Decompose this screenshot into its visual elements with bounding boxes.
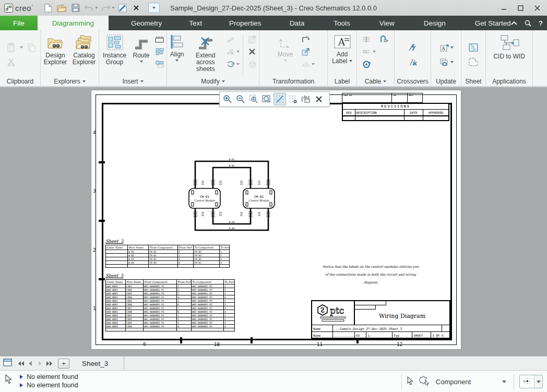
sheet-size-button[interactable]: A3 — [300, 93, 312, 105]
update-labels-button[interactable]: A — [439, 42, 450, 53]
zoom-out-button[interactable] — [234, 93, 247, 105]
insert-crossover-button[interactable] — [407, 42, 419, 53]
move-button[interactable]: Move — [272, 33, 299, 62]
zoom-fit-button[interactable] — [260, 93, 273, 105]
route-menu-caret-icon[interactable] — [140, 61, 143, 63]
paste-button[interactable] — [5, 42, 17, 53]
tab-file[interactable]: File — [0, 16, 38, 30]
replace-caret-icon[interactable] — [236, 63, 240, 65]
first-sheet-button[interactable] — [16, 359, 26, 368]
gather-into-cable-button[interactable] — [361, 34, 373, 44]
command-search-button[interactable] — [525, 20, 531, 27]
snap-options-caret-icon[interactable] — [534, 375, 542, 388]
selection-filter-value[interactable]: Component — [436, 378, 471, 386]
drawing-sheet[interactable]: 4 3 2 1 9 10 11 12 DWG NO SH REV REVISIO… — [91, 90, 461, 349]
copy-button[interactable] — [26, 42, 38, 53]
remove-crossover-button[interactable] — [407, 57, 419, 67]
shield-button[interactable] — [361, 59, 373, 69]
message-row[interactable]: No element found — [20, 373, 78, 381]
tab-text[interactable]: Text — [178, 16, 213, 30]
modify-wire-button[interactable] — [225, 34, 236, 44]
add-label-button[interactable]: A Add Label — [329, 33, 355, 65]
expand-message-icon[interactable] — [20, 375, 23, 379]
redo-button[interactable] — [100, 2, 112, 14]
break-conductor-button[interactable] — [225, 46, 236, 57]
minimize-button[interactable] — [497, 2, 510, 14]
previous-sheet-button[interactable] — [26, 359, 35, 368]
tab-design[interactable]: Design — [413, 16, 457, 30]
pointer-mode-icon[interactable] — [407, 376, 414, 387]
next-sheet-button[interactable] — [35, 359, 44, 368]
add-conductor-caret-icon[interactable] — [373, 51, 376, 53]
paste-menu-caret-icon[interactable] — [20, 46, 23, 49]
design-explorer-button[interactable]: Design Explorer — [42, 33, 69, 66]
undo-menu-caret-icon[interactable] — [95, 7, 98, 9]
explorers-menu-caret-icon[interactable] — [82, 80, 86, 82]
align-button[interactable]: Align — [168, 33, 186, 62]
modify-menu-caret-icon[interactable] — [222, 80, 225, 82]
message-row[interactable]: No element found — [20, 381, 78, 389]
instance-group-button[interactable]: Instance Group — [101, 33, 129, 66]
replace-button[interactable] — [225, 59, 236, 69]
mirror-button[interactable] — [300, 59, 312, 69]
update-sheets-button[interactable] — [439, 57, 450, 67]
insert-group-instance-button[interactable] — [154, 59, 165, 69]
grid-display-button[interactable] — [287, 93, 299, 105]
update-labels-caret-icon[interactable] — [450, 46, 454, 49]
add-conductor-button[interactable] — [361, 46, 373, 57]
group-label-insert[interactable]: Insert — [122, 78, 138, 85]
route-button[interactable]: Route — [130, 33, 152, 63]
group-label-cable[interactable]: Cable — [365, 78, 381, 85]
tab-data[interactable]: Data — [279, 16, 316, 30]
snap-options-button[interactable] — [519, 375, 543, 388]
selection-filter-caret-icon[interactable] — [502, 381, 506, 383]
align-menu-caret-icon[interactable] — [175, 60, 179, 62]
last-sheet-button[interactable] — [44, 359, 54, 368]
save-button[interactable] — [70, 2, 81, 14]
sheet-manager-icon[interactable] — [3, 359, 12, 369]
open-button[interactable] — [56, 2, 68, 14]
insert-menu-caret-icon[interactable] — [140, 80, 144, 82]
insert-block-group-button[interactable] — [154, 46, 165, 57]
tab-tools[interactable]: Tools — [323, 16, 361, 30]
undo-button[interactable] — [84, 2, 95, 14]
maximize-button[interactable] — [514, 2, 527, 14]
close-button[interactable] — [530, 2, 544, 14]
sheet-tab-active[interactable]: Sheet_3 — [75, 357, 124, 370]
zoom-in-button[interactable] — [221, 93, 234, 105]
group-label-explorers[interactable]: Explorers — [54, 78, 80, 85]
help-button[interactable]: ? — [539, 19, 543, 27]
new-document-button[interactable] — [43, 2, 54, 14]
sheet-format-button[interactable] — [468, 57, 479, 67]
zoom-window-button[interactable] — [247, 93, 260, 105]
drawing-canvas[interactable]: 4 3 2 1 9 10 11 12 DWG NO SH REV REVISIO… — [0, 87, 547, 356]
tab-diagramming[interactable]: Diagramming — [38, 16, 109, 30]
customize-quick-access-button[interactable] — [148, 3, 160, 13]
add-sheet-button[interactable]: + — [58, 359, 69, 369]
component-cm-01[interactable]: CM-01 Control Module — [189, 188, 220, 208]
appearance-button[interactable] — [246, 59, 258, 69]
update-sheets-caret-icon[interactable] — [450, 61, 454, 63]
snap-grid-icon[interactable] — [520, 375, 534, 388]
catalog-explorer-button[interactable]: Catalog Explorer — [70, 33, 98, 66]
tab-view[interactable]: View — [368, 16, 406, 30]
break-conductor-caret-icon[interactable] — [236, 51, 240, 53]
group-label-modify[interactable]: Modify — [201, 78, 219, 85]
delete-button[interactable] — [246, 46, 258, 57]
snap-to-grid-button[interactable] — [274, 93, 286, 105]
add-label-caret-icon[interactable] — [349, 60, 352, 62]
component-cm-02[interactable]: CM-02 Control Module — [243, 188, 275, 208]
wire-w02[interactable] — [213, 168, 251, 189]
line-style-button[interactable] — [117, 2, 128, 14]
scale-button[interactable] — [300, 46, 312, 57]
mirror-caret-icon[interactable] — [312, 63, 315, 65]
tab-properties[interactable]: Properties — [218, 16, 272, 30]
extract-conductor-button[interactable] — [379, 34, 390, 44]
redo-menu-caret-icon[interactable] — [112, 7, 115, 9]
close-toolbar-button[interactable] — [313, 93, 325, 105]
cid-to-wid-button[interactable]: CID to WID — [492, 33, 527, 60]
expand-message-icon[interactable] — [20, 383, 23, 387]
collapse-ribbon-button[interactable] — [511, 21, 517, 25]
move-menu-caret-icon[interactable] — [284, 60, 287, 62]
tab-geometry[interactable]: Geometry — [120, 16, 173, 30]
